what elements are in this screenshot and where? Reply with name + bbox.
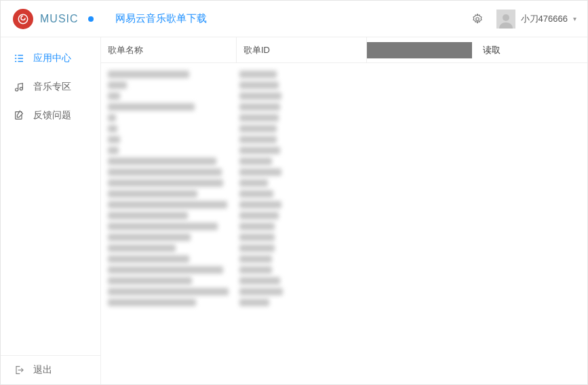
main: 歌单名称 歌单ID 读取 — [101, 37, 587, 384]
cell-name — [101, 125, 237, 132]
sidebar-item-2[interactable]: 反馈问题 — [1, 101, 100, 130]
sidebar-item-0[interactable]: 应用中心 — [1, 44, 100, 73]
cell-id — [237, 266, 367, 274]
music-icon — [13, 81, 25, 93]
table-row[interactable] — [101, 69, 587, 79]
cell-id — [237, 190, 367, 198]
playlist-id-input[interactable] — [367, 42, 472, 58]
table-row[interactable] — [101, 155, 587, 166]
cell-id — [237, 147, 367, 154]
cell-id — [237, 125, 367, 132]
sidebar-item-1[interactable]: 音乐专区 — [1, 73, 100, 101]
cell-name — [101, 179, 237, 187]
table-row[interactable] — [101, 145, 587, 155]
table-row[interactable] — [101, 166, 587, 177]
body: 应用中心音乐专区反馈问题 退出 歌单名称 歌单ID 读取 — [1, 37, 587, 384]
table-row[interactable] — [101, 188, 587, 199]
page-title: 网易云音乐歌单下载 — [115, 12, 471, 25]
cell-id — [237, 288, 367, 295]
table-row[interactable] — [101, 112, 587, 123]
cell-name — [101, 158, 237, 165]
sidebar-footer: 退出 — [1, 355, 100, 384]
svg-point-2 — [503, 14, 509, 21]
table-row[interactable] — [101, 123, 587, 134]
sidebar-item-label: 应用中心 — [33, 52, 71, 65]
table-row[interactable] — [101, 264, 587, 275]
cell-name — [101, 212, 237, 219]
nav: 应用中心音乐专区反馈问题 — [1, 37, 100, 355]
brand-text: MUSIC — [40, 13, 79, 25]
netease-logo-icon — [13, 9, 33, 29]
user-menu[interactable]: 小刀476666 ▾ — [494, 10, 579, 29]
table-row[interactable] — [101, 177, 587, 188]
table-row[interactable] — [101, 199, 587, 210]
cell-name — [101, 266, 237, 274]
table-row[interactable] — [101, 242, 587, 253]
read-button[interactable]: 读取 — [472, 44, 511, 56]
table-row[interactable] — [101, 134, 587, 145]
sidebar-item-label: 反馈问题 — [33, 109, 71, 122]
cell-name — [101, 92, 237, 100]
cell-id — [237, 168, 367, 176]
cell-id — [237, 201, 367, 208]
cell-name — [101, 103, 237, 111]
table-row[interactable] — [101, 253, 587, 264]
cell-id — [237, 103, 367, 111]
cell-id — [237, 212, 367, 219]
cell-id — [237, 223, 367, 230]
cell-name — [101, 71, 237, 78]
grid-icon — [13, 52, 25, 65]
cell-name — [101, 136, 237, 143]
cell-id — [237, 255, 367, 263]
cell-name — [101, 81, 237, 89]
person-icon — [498, 12, 514, 29]
cell-id — [237, 71, 367, 78]
header-right: 小刀476666 ▾ — [471, 10, 579, 29]
cell-name — [101, 255, 237, 263]
table-row[interactable] — [101, 210, 587, 221]
cell-id — [237, 277, 367, 285]
chevron-down-icon: ▾ — [573, 15, 576, 22]
sidebar-item-label: 音乐专区 — [33, 81, 71, 93]
cell-id — [237, 81, 367, 89]
avatar — [496, 10, 515, 29]
table-row[interactable] — [101, 232, 587, 242]
settings-button[interactable] — [471, 12, 484, 26]
cell-id — [237, 299, 367, 306]
col-header-id: 歌单ID — [237, 37, 367, 62]
username: 小刀476666 — [521, 13, 568, 25]
table-row[interactable] — [101, 297, 587, 308]
table-row[interactable] — [101, 90, 587, 101]
col-header-name: 歌单名称 — [101, 37, 237, 62]
cell-id — [237, 179, 367, 187]
logout-button[interactable]: 退出 — [1, 356, 100, 384]
table-row[interactable] — [101, 275, 587, 286]
cell-name — [101, 114, 237, 122]
cell-name — [101, 201, 237, 208]
gear-icon — [471, 13, 484, 25]
svg-point-9 — [16, 88, 18, 91]
cell-name — [101, 190, 237, 198]
app-window: MUSIC 网易云音乐歌单下载 小刀476666 ▾ 应用中心音乐专区反馈问题 — [0, 0, 588, 385]
brand-logo: MUSIC — [13, 9, 94, 29]
cell-name — [101, 288, 237, 295]
logout-icon — [13, 364, 25, 376]
table-row[interactable] — [101, 286, 587, 297]
table-row[interactable] — [101, 79, 587, 90]
cell-id — [237, 92, 367, 100]
cell-name — [101, 147, 237, 154]
cell-name — [101, 299, 237, 306]
header: MUSIC 网易云音乐歌单下载 小刀476666 ▾ — [1, 1, 587, 37]
logout-label: 退出 — [33, 364, 52, 376]
cell-name — [101, 223, 237, 230]
svg-point-1 — [475, 17, 479, 20]
cell-name — [101, 234, 237, 241]
table-body — [101, 63, 587, 384]
table-header: 歌单名称 歌单ID 读取 — [101, 37, 587, 63]
table-row[interactable] — [101, 221, 587, 232]
edit-icon — [13, 109, 25, 122]
cell-id — [237, 114, 367, 122]
cell-id — [237, 136, 367, 143]
table-row[interactable] — [101, 101, 587, 112]
status-dot-icon — [88, 16, 94, 22]
